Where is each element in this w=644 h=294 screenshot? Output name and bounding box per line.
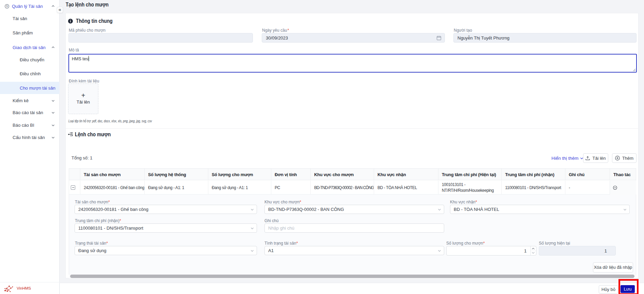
svg-text:S: S — [6, 4, 8, 8]
